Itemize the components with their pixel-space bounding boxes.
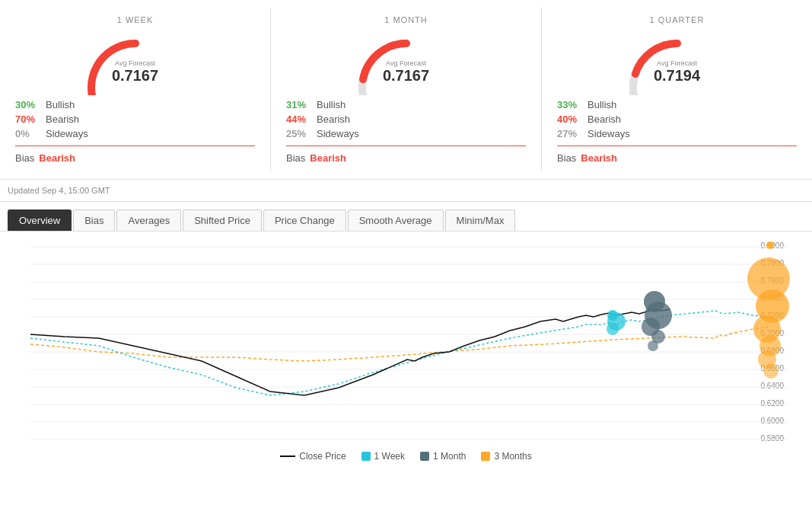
close-price-line-icon — [280, 455, 295, 457]
bearish-pct-2: 40% — [557, 113, 588, 125]
bearish-label-1: Bearish — [317, 113, 350, 125]
bullish-row-2: 33% Bullish — [557, 99, 797, 110]
divider-1 — [286, 145, 526, 146]
updated-text: Updated Sep 4, 15:00 GMT — [0, 180, 812, 202]
forecast-card-1: 1 MONTH Avg Forecast 0.7167 31% — [271, 8, 542, 171]
months3-label: 3 Months — [494, 451, 531, 462]
avg-forecast-value-2: 0.7194 — [654, 67, 700, 85]
legend-1-month: 1 Month — [420, 451, 466, 462]
bearish-label-0: Bearish — [46, 113, 79, 125]
tab-smooth-average[interactable]: Smooth Average — [348, 209, 444, 231]
forecast-title-1: 1 MONTH — [286, 15, 526, 24]
close-price-label: Close Price — [299, 451, 345, 462]
bearish-row-2: 40% Bearish — [557, 113, 797, 125]
bias-row-1: Bias Bearish — [286, 152, 526, 164]
gauge-label-1: Avg Forecast 0.7167 — [383, 59, 429, 85]
tab-shifted-price[interactable]: Shifted Price — [183, 209, 262, 231]
bias-label-0: Bias — [15, 152, 34, 164]
svg-point-31 — [648, 340, 658, 351]
legend-close-price: Close Price — [280, 451, 345, 462]
legend-3-months: 3 Months — [481, 451, 531, 462]
svg-point-32 — [766, 241, 774, 249]
legend-1-week: 1 Week — [361, 451, 405, 462]
tab-minim/max[interactable]: Minim/Max — [445, 209, 516, 231]
avg-forecast-label-2: Avg Forecast — [654, 59, 700, 67]
tabs-bar: OverviewBiasAveragesShifted PricePrice C… — [0, 202, 812, 232]
sideways-label-2: Sideways — [588, 128, 630, 139]
main-container: 1 WEEK Avg Forecast 0.7167 30% — [0, 0, 812, 521]
forecast-section: 1 WEEK Avg Forecast 0.7167 30% — [0, 0, 812, 180]
avg-forecast-value-0: 0.7167 — [112, 67, 158, 85]
bearish-label-2: Bearish — [588, 113, 621, 125]
avg-forecast-value-1: 0.7167 — [383, 67, 429, 85]
month1-label: 1 Month — [433, 451, 466, 462]
sideways-label-1: Sideways — [317, 128, 359, 139]
stats-1: 31% Bullish 44% Bearish 25% Sideways Bia… — [286, 99, 526, 164]
forecast-card-2: 1 QUARTER Avg Forecast 0.7194 33% — [542, 8, 812, 171]
svg-text:0.6200: 0.6200 — [760, 399, 784, 408]
sideways-pct-1: 25% — [286, 128, 317, 139]
divider-0 — [15, 145, 255, 146]
avg-forecast-label-1: Avg Forecast — [383, 59, 429, 67]
forecast-title-0: 1 WEEK — [15, 15, 255, 24]
svg-point-38 — [763, 363, 779, 379]
divider-2 — [557, 145, 797, 146]
bias-value-1: Bearish — [310, 152, 346, 164]
stats-2: 33% Bullish 40% Bearish 27% Sideways Bia… — [557, 99, 797, 164]
week1-label: 1 Week — [374, 451, 405, 462]
bullish-pct-1: 31% — [286, 99, 317, 110]
bullish-pct-2: 33% — [557, 99, 588, 110]
sideways-row-1: 25% Sideways — [286, 128, 526, 139]
tab-overview[interactable]: Overview — [8, 209, 72, 231]
chart-svg: 0.8000 0.7800 0.7600 0.7400 0.7200 0.700… — [8, 239, 804, 445]
sideways-pct-2: 27% — [557, 128, 588, 139]
bias-value-2: Bearish — [581, 152, 617, 164]
tab-price-change[interactable]: Price Change — [263, 209, 346, 231]
gauge-2: Avg Forecast 0.7194 — [616, 30, 738, 91]
bias-row-0: Bias Bearish — [15, 152, 255, 164]
svg-point-26 — [607, 323, 619, 335]
bullish-label-0: Bullish — [46, 99, 75, 110]
svg-text:0.5800: 0.5800 — [760, 434, 784, 443]
gauge-1: Avg Forecast 0.7167 — [345, 30, 467, 91]
chart-legend: Close Price 1 Week 1 Month 3 Months — [0, 445, 812, 465]
bearish-pct-0: 70% — [15, 113, 46, 125]
forecast-title-2: 1 QUARTER — [557, 15, 797, 24]
gauge-0: Avg Forecast 0.7167 — [75, 30, 196, 91]
tab-bias[interactable]: Bias — [73, 209, 115, 231]
month1-dot-icon — [420, 452, 429, 461]
bullish-label-1: Bullish — [317, 99, 345, 110]
avg-forecast-label-0: Avg Forecast — [112, 59, 158, 67]
bullish-label-2: Bullish — [588, 99, 616, 110]
stats-0: 30% Bullish 70% Bearish 0% Sideways Bias… — [15, 99, 255, 164]
bearish-pct-1: 44% — [286, 113, 317, 125]
chart-area: 0.8000 0.7800 0.7600 0.7400 0.7200 0.700… — [0, 232, 812, 445]
sideways-label-0: Sideways — [46, 128, 88, 139]
tab-averages[interactable]: Averages — [116, 209, 181, 231]
bullish-row-1: 31% Bullish — [286, 99, 526, 110]
gauge-label-0: Avg Forecast 0.7167 — [112, 59, 158, 85]
forecast-card-0: 1 WEEK Avg Forecast 0.7167 30% — [0, 8, 271, 171]
week1-dot-icon — [361, 452, 371, 461]
bias-row-2: Bias Bearish — [557, 152, 797, 164]
sideways-row-0: 0% Sideways — [15, 128, 255, 139]
bearish-row-1: 44% Bearish — [286, 113, 526, 125]
bias-value-0: Bearish — [39, 152, 75, 164]
sideways-row-2: 27% Sideways — [557, 128, 797, 139]
bullish-row-0: 30% Bullish — [15, 99, 255, 110]
bias-label-1: Bias — [286, 152, 305, 164]
bias-label-2: Bias — [557, 152, 576, 164]
gauge-label-2: Avg Forecast 0.7194 — [654, 59, 700, 85]
sideways-pct-0: 0% — [15, 128, 46, 139]
months3-dot-icon — [481, 452, 490, 461]
bullish-pct-0: 30% — [15, 99, 46, 110]
svg-text:0.6000: 0.6000 — [760, 417, 784, 425]
bearish-row-0: 70% Bearish — [15, 113, 255, 125]
svg-text:0.6400: 0.6400 — [760, 382, 784, 390]
